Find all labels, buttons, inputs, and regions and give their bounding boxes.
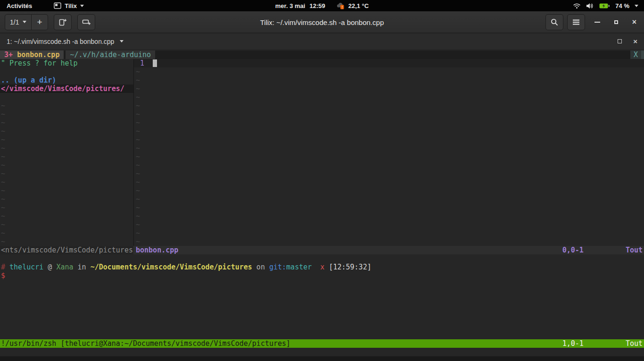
tilde-line: ~ bbox=[1, 144, 5, 152]
minimize-button[interactable] bbox=[594, 22, 600, 23]
tilde-line: ~ bbox=[1, 212, 5, 220]
close-window-button[interactable]: × bbox=[632, 18, 636, 26]
tilde-line: ~ bbox=[1, 152, 5, 161]
tilde-line: ~ bbox=[1, 127, 5, 135]
tilde-line: ~ bbox=[136, 93, 140, 101]
statusline-ruler: 0,0-1 bbox=[562, 246, 584, 254]
tilde-line: ~ bbox=[136, 152, 140, 161]
tilde-line: ~ bbox=[136, 229, 140, 237]
split-right-button[interactable] bbox=[54, 14, 72, 30]
shell-prompt-char: $ bbox=[1, 271, 5, 280]
tilix-headerbar: 1/1 + Tilix: ~/.vim/vimscode.sh -a bonbo… bbox=[0, 11, 644, 33]
statusline-nerdtree-path: <nts/vimscode/VimsCode/pictures bbox=[0, 246, 133, 254]
tilde-line: ~ bbox=[1, 220, 5, 229]
tilde-line: ~ bbox=[136, 118, 140, 127]
chevron-down-icon bbox=[80, 5, 84, 7]
clock-time[interactable]: 12:59 bbox=[309, 2, 325, 9]
vim-tabline-close[interactable]: X bbox=[630, 50, 641, 59]
tilde-line: ~ bbox=[1, 101, 5, 110]
terminal-title-dropdown[interactable]: 1: ~/.vim/vimscode.sh -a bonbon.cpp bbox=[0, 38, 124, 45]
terminal-statusline-scroll: Tout bbox=[626, 339, 643, 348]
tilde-line: ~ bbox=[1, 161, 5, 169]
tilde-line: ~ bbox=[1, 237, 5, 246]
window-bottom-edge bbox=[0, 356, 644, 361]
tilde-line: ~ bbox=[1, 110, 5, 118]
statusline-scroll: Tout bbox=[626, 246, 643, 254]
terminal-statusline-ruler: 1,0-1 bbox=[562, 339, 584, 348]
vim-tab-aide-arduino[interactable]: ~/.v/h/aide-arduino bbox=[66, 50, 155, 59]
tilde-line: ~ bbox=[1, 195, 5, 203]
session-switcher-group: 1/1 + bbox=[5, 14, 48, 30]
split-down-icon bbox=[82, 18, 91, 26]
vim-vertical-split bbox=[133, 59, 134, 246]
tilde-line: ~ bbox=[136, 203, 140, 212]
vim-tab-bonbon[interactable]: 3+ bonbon.cpp bbox=[0, 50, 64, 59]
tilde-line: ~ bbox=[136, 84, 140, 93]
tilde-line: ~ bbox=[136, 110, 140, 118]
activities-button[interactable]: Activités bbox=[7, 2, 32, 9]
vim-statusline: <nts/vimscode/VimsCode/pictures bonbon.c… bbox=[0, 246, 644, 254]
vim-cursor bbox=[153, 59, 157, 67]
tilix-icon bbox=[54, 2, 61, 9]
tilde-line: ~ bbox=[136, 186, 140, 195]
tilde-line: ~ bbox=[1, 118, 5, 127]
tilde-line: ~ bbox=[136, 161, 140, 169]
chevron-down-icon bbox=[23, 21, 26, 23]
tilde-line: ~ bbox=[1, 178, 5, 186]
terminal-title-label: 1: ~/.vim/vimscode.sh -a bonbon.cpp bbox=[7, 38, 114, 45]
nerdtree-help-line: " Press ? for help bbox=[1, 59, 78, 67]
tilde-line: ~ bbox=[136, 169, 140, 178]
shell-prompt-line: # thelucri @ Xana in ~/Documents/vimscod… bbox=[1, 263, 372, 271]
tilde-line: ~ bbox=[1, 229, 5, 237]
tilde-line: ~ bbox=[1, 203, 5, 212]
statusline-active: bonbon.cpp 0,0-1 Tout bbox=[133, 246, 644, 254]
weather-widget[interactable]: 22,1 °C bbox=[336, 2, 369, 9]
tilde-line: ~ bbox=[136, 220, 140, 229]
tilde-line: ~ bbox=[136, 67, 140, 76]
buffer-line-number: 1 bbox=[136, 59, 144, 67]
gnome-top-bar: Activités Tilix mer. 3 mai 12:59 22,1 °C bbox=[0, 0, 644, 11]
maximize-terminal-button[interactable] bbox=[618, 39, 622, 43]
weather-cloud-icon bbox=[336, 2, 346, 9]
tilde-line: ~ bbox=[136, 135, 140, 144]
terminal-title-bar: 1: ~/.vim/vimscode.sh -a bonbon.cpp × bbox=[0, 33, 644, 49]
tilde-line: ~ bbox=[1, 186, 5, 195]
nerdtree-root-line[interactable]: </vimscode/VimsCode/pictures/ bbox=[1, 84, 124, 93]
clock-date[interactable]: mer. 3 mai bbox=[275, 2, 305, 9]
nerdtree-updir-line[interactable]: .. (up a dir) bbox=[1, 76, 56, 84]
tilde-line: ~ bbox=[136, 101, 140, 110]
split-right-icon bbox=[58, 18, 67, 26]
wifi-icon bbox=[573, 3, 581, 9]
chevron-down-icon bbox=[635, 5, 638, 7]
new-session-button[interactable]: + bbox=[31, 15, 47, 30]
split-down-button[interactable] bbox=[77, 14, 95, 30]
app-menu[interactable]: Tilix bbox=[54, 2, 84, 9]
search-icon bbox=[550, 18, 559, 26]
cursorline-highlight bbox=[134, 59, 644, 67]
battery-charging-icon bbox=[599, 3, 610, 9]
temperature-label: 22,1 °C bbox=[348, 2, 369, 9]
session-indicator-label: 1/1 bbox=[10, 18, 19, 26]
terminal[interactable]: 3+ bonbon.cpp ~/.v/h/aide-arduino X " Pr… bbox=[0, 49, 644, 361]
tilde-line: ~ bbox=[136, 195, 140, 203]
tilde-line: ~ bbox=[1, 135, 5, 144]
vim-terminal-statusline: !/usr/bin/zsh [thelucri@Xana:~/Documents… bbox=[0, 339, 644, 348]
search-button[interactable] bbox=[545, 14, 563, 30]
tilde-line: ~ bbox=[136, 76, 140, 84]
system-status-menu[interactable]: 74 % bbox=[573, 2, 644, 9]
tilde-line: ~ bbox=[136, 212, 140, 220]
statusline-filename: bonbon.cpp bbox=[133, 246, 178, 254]
tilde-line: ~ bbox=[136, 178, 140, 186]
close-terminal-button[interactable]: × bbox=[633, 38, 637, 45]
tilde-line: ~ bbox=[136, 237, 140, 246]
menu-button[interactable] bbox=[567, 14, 585, 30]
maximize-button[interactable] bbox=[614, 20, 618, 24]
hamburger-menu-icon bbox=[572, 19, 580, 25]
app-menu-label: Tilix bbox=[65, 2, 77, 9]
tilde-line: ~ bbox=[1, 169, 5, 178]
tilde-line: ~ bbox=[136, 127, 140, 135]
volume-icon bbox=[586, 3, 594, 9]
session-indicator-button[interactable]: 1/1 bbox=[5, 15, 31, 30]
chevron-down-icon bbox=[120, 40, 124, 42]
tilde-line: ~ bbox=[136, 144, 140, 152]
